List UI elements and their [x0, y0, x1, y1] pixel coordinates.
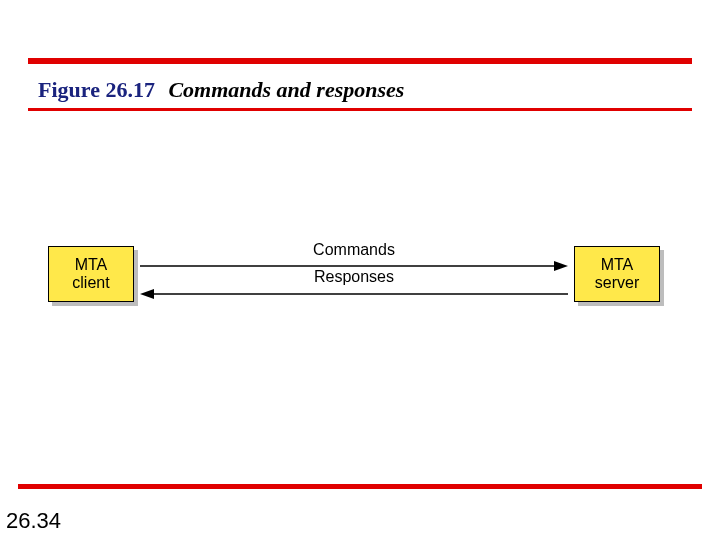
mta-client-line2: client	[72, 274, 109, 292]
bottom-divider	[18, 484, 702, 489]
figure-label: Figure 26.17	[38, 77, 155, 102]
title-underline	[28, 108, 692, 111]
commands-label: Commands	[140, 241, 568, 259]
slide: Figure 26.17 Commands and responses MTA …	[0, 0, 720, 540]
responses-label: Responses	[140, 268, 568, 286]
page-number: 26.34	[6, 508, 61, 534]
top-divider	[28, 58, 692, 64]
mta-server-line2: server	[595, 274, 639, 292]
figure-caption: Commands and responses	[168, 77, 404, 102]
figure-title-row: Figure 26.17 Commands and responses	[38, 78, 404, 102]
mta-server-line1: MTA	[601, 256, 634, 274]
mta-client-line1: MTA	[75, 256, 108, 274]
responses-arrow-icon	[140, 288, 568, 300]
mta-server-box: MTA server	[574, 246, 660, 302]
mta-client-box: MTA client	[48, 246, 134, 302]
svg-marker-3	[140, 289, 154, 299]
